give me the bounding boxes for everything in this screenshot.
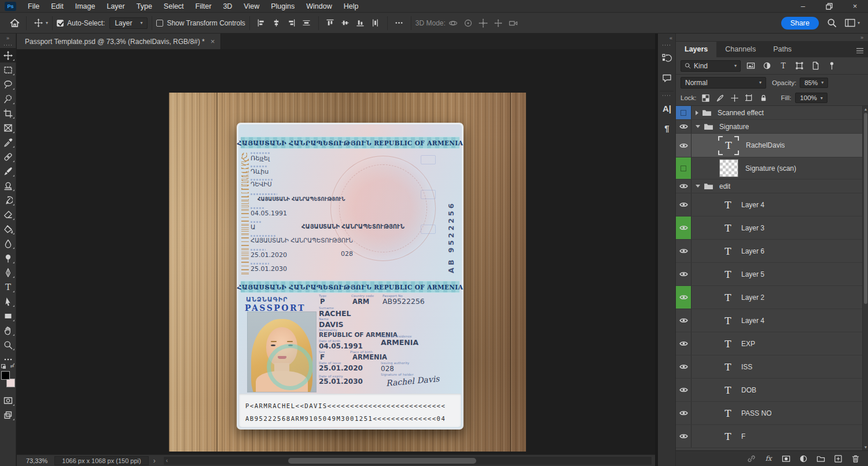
delete-layer-button[interactable] bbox=[849, 453, 861, 464]
tool-history-brush[interactable] bbox=[0, 193, 16, 207]
layer-row-layer-5[interactable]: TLayer 5 bbox=[676, 263, 868, 286]
tool-marquee[interactable] bbox=[0, 63, 16, 77]
text-layer-thumbnail[interactable]: T bbox=[722, 245, 734, 257]
layer-row-signature-scan-[interactable]: Signature (scan) bbox=[676, 157, 868, 179]
layer-name[interactable]: Signature (scan) bbox=[745, 164, 796, 173]
panel-menu-icon[interactable] bbox=[856, 48, 863, 53]
tool-frame[interactable] bbox=[0, 120, 16, 135]
fill-field[interactable]: 100%▾ bbox=[795, 93, 827, 103]
paragraph-panel-button[interactable]: ¶ bbox=[658, 118, 676, 138]
lock-position-button[interactable] bbox=[730, 93, 740, 103]
menu-select[interactable]: Select bbox=[158, 2, 190, 10]
tool-quick-select[interactable] bbox=[0, 91, 16, 106]
visibility-toggle[interactable] bbox=[676, 157, 692, 179]
lock-transparency-button[interactable] bbox=[701, 93, 711, 103]
layer-row-racheldavis[interactable]: TRachelDavis bbox=[676, 134, 868, 157]
visibility-toggle[interactable] bbox=[676, 179, 692, 193]
text-layer-thumbnail[interactable]: T bbox=[722, 384, 734, 396]
tool-eraser[interactable] bbox=[0, 207, 16, 222]
visibility-toggle[interactable] bbox=[676, 425, 692, 447]
menu-edit[interactable]: Edit bbox=[45, 2, 69, 10]
menu-layer[interactable]: Layer bbox=[101, 2, 130, 10]
layers-scrollbar-thumb[interactable] bbox=[864, 113, 867, 304]
tool-eyedropper[interactable] bbox=[0, 135, 16, 149]
search-icon[interactable] bbox=[827, 18, 837, 28]
scroll-left-icon[interactable]: ‹ bbox=[166, 457, 168, 465]
tab-layers[interactable]: Layers bbox=[676, 42, 716, 57]
status-options-chevron-icon[interactable]: › bbox=[149, 457, 160, 465]
layer-row-layer-4[interactable]: TLayer 4 bbox=[676, 193, 868, 217]
menu-plugins[interactable]: Plugins bbox=[265, 2, 300, 10]
toolbar-grip[interactable] bbox=[4, 45, 12, 46]
text-layer-thumbnail[interactable]: T bbox=[722, 292, 734, 303]
visibility-toggle[interactable] bbox=[676, 120, 692, 133]
visibility-toggle[interactable] bbox=[676, 286, 692, 309]
layer-name[interactable]: edit bbox=[719, 182, 730, 190]
move-preset-chevron-icon[interactable]: ▾ bbox=[46, 20, 48, 25]
background-color-swatch[interactable] bbox=[6, 379, 15, 387]
canvas[interactable]: ՀԱՅԱՍՏԱՆԻ ՀԱՆՐԱՊԵՏՈՒԹՅՈՒՆ REPUBLIC OF AR… bbox=[17, 49, 655, 454]
layers-scrollbar[interactable]: ▲ ▼ bbox=[862, 106, 868, 450]
layer-row-dob[interactable]: TDOB bbox=[676, 379, 868, 402]
foreground-color-swatch[interactable] bbox=[1, 371, 10, 380]
filter-smart-objects-button[interactable] bbox=[809, 60, 822, 72]
text-layer-thumbnail[interactable]: T bbox=[722, 408, 734, 419]
layer-name[interactable]: DOB bbox=[741, 386, 756, 394]
transparent-layer-thumbnail[interactable] bbox=[719, 159, 738, 177]
photoshop-logo[interactable]: Ps bbox=[5, 2, 16, 11]
tool-healing[interactable] bbox=[0, 149, 16, 164]
layer-row-layer-4[interactable]: TLayer 4 bbox=[676, 309, 868, 332]
tool-gradient[interactable] bbox=[0, 222, 16, 236]
filter-kind-dropdown[interactable]: Kind▾ bbox=[681, 60, 741, 72]
swap-colors-icon[interactable]: ⇄ bbox=[10, 364, 14, 369]
new-layer-button[interactable] bbox=[832, 453, 844, 464]
screen-mode-button[interactable] bbox=[0, 408, 16, 422]
filter-pixel-layers-button[interactable] bbox=[744, 60, 757, 72]
text-layer-thumbnail[interactable]: T bbox=[722, 222, 734, 234]
3d-orbit-button[interactable] bbox=[446, 16, 461, 31]
strip-collapse-button[interactable]: « bbox=[658, 34, 675, 43]
lock-all-button[interactable] bbox=[759, 93, 769, 103]
link-layers-button[interactable] bbox=[745, 453, 757, 464]
minimize-button[interactable]: – bbox=[790, 0, 816, 13]
tool-hand[interactable] bbox=[0, 323, 16, 337]
align-right-button[interactable] bbox=[284, 16, 299, 31]
tool-path-select[interactable] bbox=[0, 294, 16, 309]
3d-slide-button[interactable] bbox=[491, 16, 506, 31]
strip-grip-2[interactable] bbox=[663, 95, 671, 96]
visibility-toggle[interactable] bbox=[676, 379, 692, 401]
lock-pixels-button[interactable] bbox=[715, 93, 726, 103]
distribute-v-button[interactable] bbox=[368, 16, 383, 31]
visibility-toggle[interactable] bbox=[676, 332, 692, 355]
text-layer-thumbnail[interactable]: T bbox=[722, 361, 734, 373]
tool-blur[interactable] bbox=[0, 236, 16, 251]
layer-row-exp[interactable]: TEXP bbox=[676, 332, 868, 355]
menu-view[interactable]: View bbox=[238, 2, 265, 10]
menu-image[interactable]: Image bbox=[69, 2, 101, 10]
scroll-up-icon[interactable]: ▲ bbox=[863, 107, 868, 111]
scroll-down-icon[interactable]: ▼ bbox=[863, 445, 868, 449]
layer-name[interactable]: Layer 4 bbox=[741, 201, 764, 209]
layer-row-layer-3[interactable]: TLayer 3 bbox=[676, 217, 868, 240]
visibility-toggle[interactable] bbox=[676, 217, 692, 239]
layer-name[interactable]: Signature bbox=[719, 123, 749, 131]
align-top-button[interactable] bbox=[323, 16, 338, 31]
visibility-toggle[interactable] bbox=[676, 240, 692, 262]
move-tool-preset[interactable] bbox=[31, 16, 46, 31]
panel-collapse-button[interactable]: » bbox=[676, 34, 868, 41]
chevron-down-icon[interactable] bbox=[696, 185, 700, 188]
share-button[interactable]: Share bbox=[781, 17, 819, 30]
visibility-toggle[interactable] bbox=[676, 355, 692, 378]
tool-zoom-tool[interactable] bbox=[0, 337, 16, 352]
lock-artboard-button[interactable] bbox=[744, 93, 755, 103]
layer-name[interactable]: Layer 3 bbox=[741, 224, 764, 232]
align-bottom-button[interactable] bbox=[353, 16, 368, 31]
tool-brush[interactable] bbox=[0, 164, 16, 178]
tab-close-icon[interactable]: × bbox=[211, 37, 215, 46]
visibility-toggle[interactable] bbox=[676, 106, 692, 119]
layer-name[interactable]: EXP bbox=[741, 340, 755, 348]
horizontal-scrollbar[interactable]: ‹ bbox=[164, 457, 652, 465]
3d-pan-button[interactable] bbox=[476, 16, 491, 31]
tool-type[interactable]: T bbox=[0, 280, 16, 294]
menu-help[interactable]: Help bbox=[338, 2, 365, 10]
